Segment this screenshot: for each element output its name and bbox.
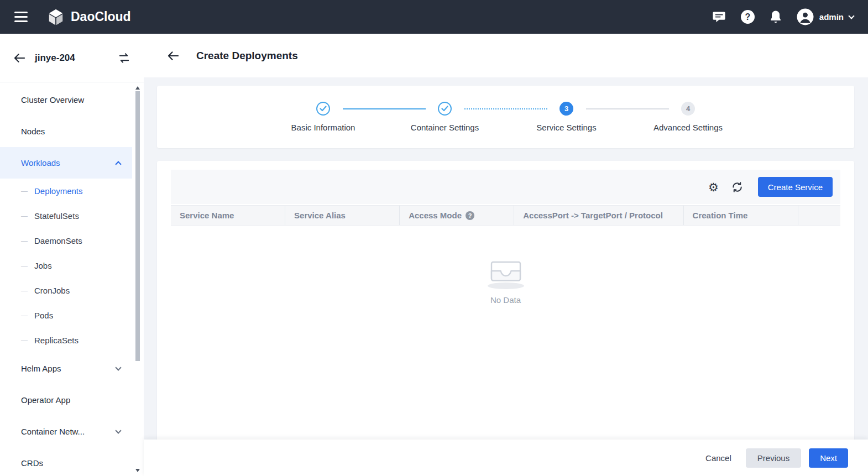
sidebar-item-crds[interactable]: CRDs [0, 447, 132, 476]
step-service-settings[interactable]: 3Service Settings [509, 102, 625, 132]
user-name: admin [819, 12, 844, 22]
sidebar-item-label: ReplicaSets [34, 336, 79, 345]
sidebar: jinye-204 Cluster OverviewNodesWorkloads… [0, 34, 144, 476]
step-label: Basic Information [291, 123, 355, 132]
sidebar-item-label: Deployments [34, 186, 83, 196]
scrollbar-thumb[interactable] [135, 91, 140, 361]
column-header-service-name: Service Name [171, 206, 285, 225]
settings-gear-icon[interactable]: ⚙ [708, 181, 719, 193]
step-label: Advanced Settings [653, 123, 723, 132]
sidebar-item-label: Workloads [21, 158, 60, 168]
sidebar-item-statefulsets[interactable]: —StatefulSets [0, 203, 132, 228]
column-header-service-alias: Service Alias [285, 206, 400, 225]
refresh-icon[interactable] [731, 181, 744, 193]
empty-text: No Data [490, 295, 521, 305]
step-number: 3 [560, 102, 573, 116]
step-label: Container Settings [411, 123, 479, 132]
sidebar-item-cluster-overview[interactable]: Cluster Overview [0, 84, 132, 116]
previous-button[interactable]: Previous [746, 448, 801, 468]
scrollbar-down-arrow[interactable] [135, 469, 140, 472]
page-back-button[interactable] [168, 51, 179, 61]
sidebar-item-label: CronJobs [34, 286, 70, 295]
sidebar-nav: Cluster OverviewNodesWorkloads—Deploymen… [0, 82, 144, 476]
sidebar-item-label: Nodes [21, 127, 45, 136]
scrollbar-up-arrow[interactable] [135, 86, 140, 90]
column-label: AccessPort -> TargetPort / Protocol [523, 211, 663, 220]
sidebar-item-label: Container Netw... [21, 427, 85, 436]
brand-logo[interactable]: DaoCloud [46, 8, 131, 27]
cancel-button[interactable]: Cancel [700, 448, 737, 468]
sidebar-item-label: DaemonSets [34, 236, 82, 245]
sidebar-item-jobs[interactable]: —Jobs [0, 253, 132, 278]
table-header-row: Service NameService AliasAccess Mode?Acc… [171, 205, 840, 226]
step-container-settings[interactable]: Container Settings [387, 102, 503, 132]
sidebar-item-label: Jobs [34, 261, 52, 270]
sidebar-item-pods[interactable]: —Pods [0, 303, 132, 328]
dash-icon: — [21, 287, 28, 295]
topbar: DaoCloud ? admin [0, 0, 868, 34]
column-header-actions [798, 206, 840, 225]
sidebar-back-button[interactable] [14, 53, 25, 63]
column-header-access-mode: Access Mode? [400, 206, 514, 225]
help-icon[interactable]: ? [741, 10, 755, 24]
sidebar-item-label: Pods [34, 311, 53, 320]
sidebar-item-daemonsets[interactable]: —DaemonSets [0, 228, 132, 253]
column-label: Creation Time [693, 211, 748, 220]
page-title: Create Deployments [196, 50, 298, 62]
content-area: Basic InformationContainer Settings3Serv… [144, 77, 868, 440]
chevron-down-icon [115, 427, 121, 433]
sidebar-item-helm-apps[interactable]: Helm Apps [0, 353, 132, 384]
stepper-card: Basic InformationContainer Settings3Serv… [157, 86, 854, 148]
wizard-footer: Cancel Previous Next [144, 440, 868, 476]
step-advanced-settings[interactable]: 4Advanced Settings [630, 102, 746, 132]
dash-icon: — [21, 237, 28, 245]
sidebar-item-label: Cluster Overview [21, 95, 84, 104]
empty-inbox-icon [483, 257, 529, 291]
column-label: Service Name [180, 211, 234, 220]
chevron-down-icon [848, 13, 854, 19]
column-label: Access Mode [409, 211, 462, 220]
brand-name: DaoCloud [71, 9, 131, 24]
create-service-button[interactable]: Create Service [758, 177, 833, 197]
sidebar-item-container-netw[interactable]: Container Netw... [0, 416, 132, 447]
stepper: Basic InformationContainer Settings3Serv… [265, 102, 746, 132]
sidebar-item-workloads[interactable]: Workloads [0, 147, 132, 179]
sidebar-item-label: CRDs [21, 458, 43, 468]
column-header-accessport-targetport-protocol: AccessPort -> TargetPort / Protocol [514, 206, 683, 225]
table-toolbar: ⚙ Create Service [171, 170, 840, 204]
bell-icon[interactable] [769, 10, 782, 24]
sidebar-item-label: Operator App [21, 395, 70, 405]
switch-cluster-icon[interactable] [118, 53, 130, 64]
step-number: 4 [681, 102, 695, 116]
chat-icon[interactable] [712, 10, 726, 24]
sidebar-item-label: StatefulSets [34, 211, 79, 221]
sidebar-item-cronjobs[interactable]: —CronJobs [0, 278, 132, 303]
column-help-icon[interactable]: ? [466, 211, 474, 220]
sidebar-item-replicasets[interactable]: —ReplicaSets [0, 328, 132, 353]
sidebar-item-deployments[interactable]: —Deployments [0, 179, 132, 203]
avatar [797, 8, 814, 25]
sidebar-item-nodes[interactable]: Nodes [0, 116, 132, 147]
step-label: Service Settings [536, 123, 596, 132]
dash-icon: — [21, 262, 28, 270]
topbar-actions: ? admin [712, 8, 854, 25]
next-button[interactable]: Next [809, 448, 848, 468]
sidebar-header: jinye-204 [0, 34, 144, 82]
chevron-down-icon [115, 364, 121, 370]
step-check-icon [316, 102, 330, 116]
cluster-name: jinye-204 [35, 53, 75, 64]
menu-icon[interactable] [14, 12, 28, 22]
sidebar-item-operator-app[interactable]: Operator App [0, 384, 132, 416]
step-basic-information[interactable]: Basic Information [265, 102, 381, 132]
dash-icon: — [21, 212, 28, 220]
column-label: Service Alias [294, 211, 346, 220]
dash-icon: — [21, 337, 28, 344]
chevron-up-icon [115, 161, 121, 167]
step-check-icon [438, 102, 452, 116]
sidebar-item-label: Helm Apps [21, 364, 61, 373]
empty-state: No Data [171, 257, 840, 305]
column-header-creation-time: Creation Time [684, 206, 798, 225]
daocloud-logo-icon [46, 8, 65, 27]
services-panel: ⚙ Create Service Service NameService Ali… [157, 161, 854, 440]
user-menu[interactable]: admin [797, 8, 854, 25]
